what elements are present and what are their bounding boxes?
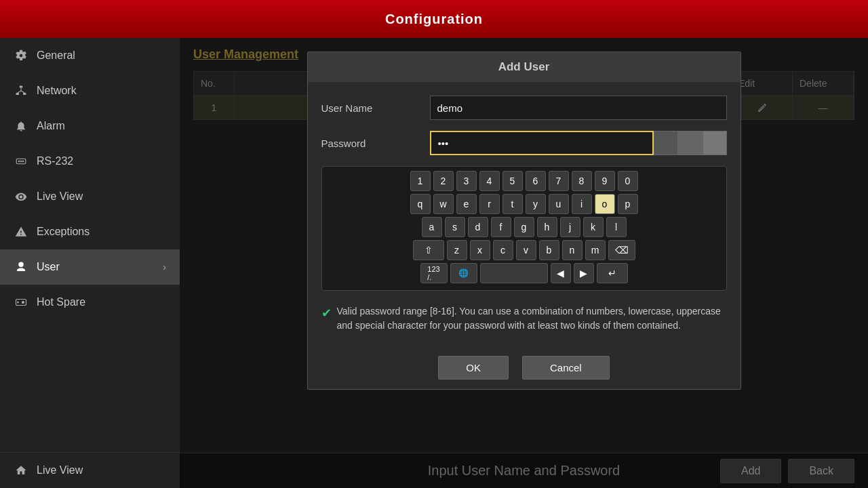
key-9[interactable]: 9 bbox=[595, 171, 615, 191]
key-7[interactable]: 7 bbox=[549, 171, 569, 191]
virtual-keyboard: 1 2 3 4 5 6 7 8 9 0 q bbox=[321, 166, 727, 291]
key-u[interactable]: u bbox=[549, 194, 569, 214]
key-k[interactable]: k bbox=[583, 217, 604, 237]
space-key[interactable] bbox=[480, 263, 548, 283]
svg-rect-2 bbox=[23, 93, 26, 95]
check-icon: ✔ bbox=[321, 306, 332, 321]
sidebar-item-network[interactable]: Network bbox=[0, 73, 180, 108]
key-j[interactable]: j bbox=[560, 217, 580, 237]
key-8[interactable]: 8 bbox=[572, 171, 592, 191]
main-layout: General Network Alarm bbox=[0, 38, 868, 488]
modal-header: Add User bbox=[308, 52, 741, 82]
sidebar-item-liveview[interactable]: Live View bbox=[0, 179, 180, 214]
key-x[interactable]: x bbox=[470, 240, 490, 260]
sidebar-item-liveview-bottom[interactable]: Live View bbox=[0, 453, 180, 488]
pw-btn-1[interactable] bbox=[654, 131, 678, 155]
key-0[interactable]: 0 bbox=[618, 171, 638, 191]
key-v[interactable]: v bbox=[516, 240, 536, 260]
key-c[interactable]: c bbox=[493, 240, 513, 260]
kb-row-special: 123/. 🌐 ◀ ▶ ↵ bbox=[326, 263, 722, 283]
shift-key[interactable]: ⇧ bbox=[413, 240, 444, 260]
svg-point-8 bbox=[20, 161, 22, 162]
left-arrow-key[interactable]: ◀ bbox=[551, 263, 571, 283]
key-r[interactable]: r bbox=[479, 194, 500, 214]
key-i[interactable]: i bbox=[572, 194, 592, 214]
key-p[interactable]: p bbox=[618, 194, 638, 214]
key-o[interactable]: o bbox=[595, 194, 615, 214]
password-label: Password bbox=[321, 138, 430, 149]
password-row: Password bbox=[321, 131, 727, 155]
username-row: User Name bbox=[321, 96, 727, 120]
key-6[interactable]: 6 bbox=[526, 171, 546, 191]
key-a[interactable]: a bbox=[422, 217, 442, 237]
key-4[interactable]: 4 bbox=[479, 171, 500, 191]
user-icon bbox=[14, 260, 28, 274]
add-user-modal: Add User User Name Password bbox=[307, 52, 741, 390]
sidebar-item-exceptions-label: Exceptions bbox=[37, 226, 90, 238]
rs232-icon bbox=[14, 154, 28, 169]
eye-icon bbox=[14, 189, 28, 204]
sidebar-item-hotspare-label: Hot Spare bbox=[37, 296, 85, 308]
key-5[interactable]: 5 bbox=[502, 171, 523, 191]
key-1[interactable]: 1 bbox=[410, 171, 431, 191]
key-e[interactable]: e bbox=[456, 194, 477, 214]
validation-text: Valid password range [8-16]. You can use… bbox=[337, 304, 727, 333]
svg-rect-0 bbox=[20, 86, 23, 88]
key-h[interactable]: h bbox=[537, 217, 557, 237]
key-2[interactable]: 2 bbox=[433, 171, 454, 191]
key-d[interactable]: d bbox=[468, 217, 488, 237]
key-n[interactable]: n bbox=[562, 240, 583, 260]
sidebar-item-alarm[interactable]: Alarm bbox=[0, 108, 180, 144]
sidebar: General Network Alarm bbox=[0, 38, 180, 488]
modal-body: User Name Password bbox=[308, 82, 741, 346]
num-key[interactable]: 123/. bbox=[420, 263, 448, 283]
key-b[interactable]: b bbox=[539, 240, 559, 260]
home-icon bbox=[14, 463, 28, 478]
svg-line-4 bbox=[18, 91, 21, 93]
key-f[interactable]: f bbox=[491, 217, 511, 237]
cancel-button[interactable]: Cancel bbox=[522, 356, 610, 380]
username-label: User Name bbox=[321, 102, 430, 114]
sidebar-item-alarm-label: Alarm bbox=[37, 120, 65, 132]
key-w[interactable]: w bbox=[433, 194, 454, 214]
sidebar-item-network-label: Network bbox=[37, 85, 77, 97]
key-3[interactable]: 3 bbox=[456, 171, 477, 191]
network-icon bbox=[14, 83, 28, 98]
key-z[interactable]: z bbox=[447, 240, 467, 260]
sidebar-item-hotspare[interactable]: Hot Spare bbox=[0, 285, 180, 320]
sidebar-item-rs232-label: RS-232 bbox=[37, 155, 73, 167]
key-q[interactable]: q bbox=[410, 194, 431, 214]
user-arrow-icon: › bbox=[163, 262, 166, 272]
key-t[interactable]: t bbox=[502, 194, 523, 214]
key-y[interactable]: y bbox=[526, 194, 546, 214]
sidebar-item-exceptions[interactable]: Exceptions bbox=[0, 214, 180, 249]
username-input[interactable] bbox=[430, 96, 727, 120]
pw-btn-2[interactable] bbox=[678, 131, 703, 155]
gear-icon bbox=[14, 48, 28, 63]
main-content: User Management No. Per... Edit Delete 1… bbox=[180, 38, 868, 488]
pw-btn-3[interactable] bbox=[703, 131, 727, 155]
kb-row-zxcv: ⇧ z x c v b n m ⌫ bbox=[326, 240, 722, 260]
enter-key[interactable]: ↵ bbox=[597, 263, 628, 283]
key-l[interactable]: l bbox=[606, 217, 627, 237]
sidebar-item-user-label: User bbox=[37, 261, 60, 273]
ok-button[interactable]: OK bbox=[438, 356, 509, 380]
globe-key[interactable]: 🌐 bbox=[450, 263, 477, 283]
key-m[interactable]: m bbox=[585, 240, 606, 260]
sidebar-item-general[interactable]: General bbox=[0, 38, 180, 73]
right-arrow-key[interactable]: ▶ bbox=[574, 263, 594, 283]
password-input[interactable] bbox=[430, 131, 654, 155]
backspace-key[interactable]: ⌫ bbox=[608, 240, 635, 260]
top-bar: Configuration bbox=[0, 0, 868, 38]
svg-point-13 bbox=[22, 302, 24, 304]
warning-icon bbox=[14, 224, 28, 239]
kb-row-qwerty: q w e r t y u i o p bbox=[326, 194, 722, 214]
sidebar-item-user[interactable]: User › bbox=[0, 249, 180, 285]
sidebar-bottom: Live View bbox=[0, 452, 180, 488]
key-g[interactable]: g bbox=[514, 217, 534, 237]
validation-message: ✔ Valid password range [8-16]. You can u… bbox=[321, 298, 727, 340]
hotspare-icon bbox=[14, 295, 28, 310]
key-s[interactable]: s bbox=[445, 217, 465, 237]
modal-footer: OK Cancel bbox=[308, 346, 741, 389]
sidebar-item-rs232[interactable]: RS-232 bbox=[0, 144, 180, 179]
